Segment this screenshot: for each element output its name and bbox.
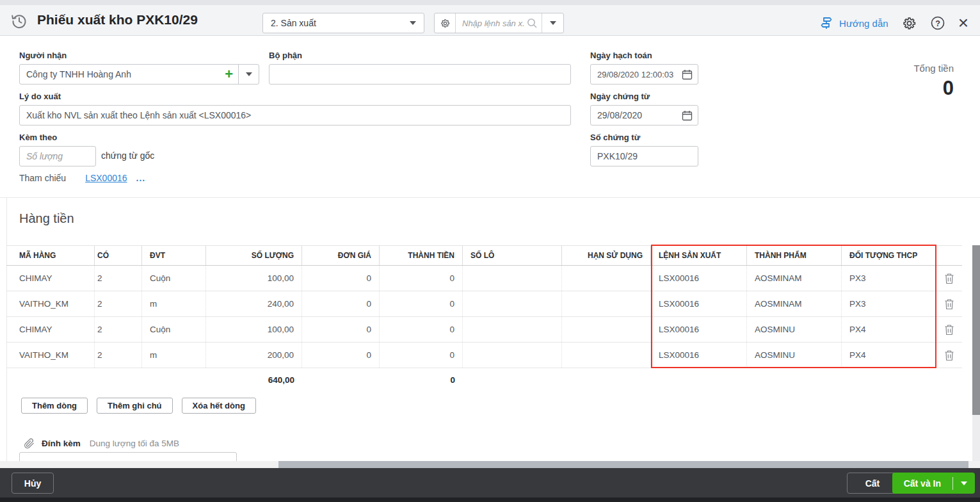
cell-thanh_pham[interactable]: AOSMINU bbox=[747, 343, 842, 368]
horizontal-scrollbar[interactable] bbox=[0, 461, 980, 468]
save-and-print-button[interactable]: Cất và In bbox=[892, 473, 975, 494]
document-number-input[interactable] bbox=[591, 147, 698, 166]
search-settings-button[interactable] bbox=[435, 13, 456, 33]
cell-doi_tuong_thcp[interactable]: PX3 bbox=[842, 266, 936, 291]
titlebar: Phiếu xuất kho PXK10/29 2. Sản xuất bbox=[0, 5, 980, 36]
add-row-button[interactable]: Thêm dòng bbox=[21, 398, 88, 414]
cell-han_su_dung[interactable] bbox=[562, 317, 651, 342]
posting-date-wrap bbox=[590, 64, 698, 85]
cancel-button[interactable]: Hủy bbox=[12, 473, 54, 494]
cell-so_lo[interactable] bbox=[463, 266, 562, 291]
close-icon[interactable]: × bbox=[958, 15, 968, 31]
horizontal-scrollbar-thumb[interactable] bbox=[278, 461, 968, 468]
column-header-actions bbox=[936, 246, 962, 265]
cell-doi_tuong_thcp[interactable]: PX3 bbox=[842, 291, 936, 316]
row-actions-cell bbox=[936, 266, 962, 291]
document-date-input[interactable] bbox=[591, 106, 698, 125]
posting-date-input[interactable] bbox=[591, 65, 698, 84]
department-input[interactable] bbox=[269, 65, 570, 84]
document-number-input-wrap bbox=[590, 146, 698, 166]
cell-ma_hang[interactable]: VAITHO_KM bbox=[6, 291, 95, 316]
items-table: MÃ HÀNGCÓĐVTSỐ LƯỢNGĐƠN GIÁTHÀNH TIỀNSỐ … bbox=[6, 245, 962, 391]
cell-don_gia[interactable]: 0 bbox=[302, 343, 380, 368]
export-reason-input[interactable] bbox=[20, 106, 570, 125]
save-and-print-label: Cất và In bbox=[892, 478, 952, 489]
cell-han_su_dung[interactable] bbox=[562, 266, 651, 291]
receiver-input[interactable] bbox=[20, 65, 238, 84]
paperclip-icon bbox=[23, 437, 35, 449]
cell-co[interactable]: 2 bbox=[95, 291, 142, 316]
help-icon[interactable]: ? bbox=[930, 15, 945, 31]
cell-so_luong[interactable]: 100,00 bbox=[206, 266, 302, 291]
cell-dvt[interactable]: Cuộn bbox=[142, 266, 206, 291]
cell-ma_hang[interactable]: CHIMAY bbox=[6, 317, 95, 342]
reference-more-button[interactable]: ... bbox=[136, 173, 146, 183]
delete-row-icon[interactable] bbox=[944, 324, 954, 336]
window-bottom-strip bbox=[0, 498, 980, 502]
voucher-type-value: 2. Sản xuất bbox=[271, 18, 316, 28]
attached-count-suffix: chứng từ gốc bbox=[101, 150, 154, 161]
cell-thanh_pham[interactable]: AOSMINAM bbox=[747, 291, 842, 316]
cell-ma_hang[interactable]: VAITHO_KM bbox=[6, 343, 95, 368]
receiver-dropdown-button[interactable] bbox=[238, 65, 259, 84]
search-dropdown-button[interactable] bbox=[542, 13, 563, 33]
cell-thanh_tien[interactable]: 0 bbox=[380, 266, 463, 291]
cell-doi_tuong_thcp[interactable]: PX4 bbox=[842, 343, 936, 368]
cell-co[interactable]: 2 bbox=[95, 266, 142, 291]
cell-han_su_dung[interactable] bbox=[562, 291, 651, 316]
cell-doi_tuong_thcp[interactable]: PX4 bbox=[842, 317, 936, 342]
cell-thanh_tien[interactable]: 0 bbox=[380, 317, 463, 342]
cell-so_luong[interactable]: 100,00 bbox=[206, 317, 302, 342]
cell-co[interactable]: 2 bbox=[95, 317, 142, 342]
production-order-search-group bbox=[434, 13, 564, 33]
cell-don_gia[interactable]: 0 bbox=[302, 317, 380, 342]
cell-so_luong[interactable]: 200,00 bbox=[206, 343, 302, 368]
delete-row-icon[interactable] bbox=[944, 298, 954, 310]
attached-count-input[interactable] bbox=[20, 147, 95, 166]
cell-lenh_san_xuat[interactable]: LSX00016 bbox=[651, 266, 747, 291]
save-button[interactable]: Cất bbox=[847, 473, 898, 494]
guide-icon bbox=[819, 15, 834, 31]
cell-so_lo[interactable] bbox=[463, 317, 562, 342]
table-row: CHIMAY2Cuộn100,0000LSX00016AOSMINAMPX3 bbox=[6, 266, 962, 291]
settings-gear-icon[interactable] bbox=[901, 15, 917, 31]
cell-dvt[interactable]: m bbox=[142, 291, 206, 316]
cell-ma_hang[interactable]: CHIMAY bbox=[6, 266, 95, 291]
attachment-hint: Dung lượng tối đa 5MB bbox=[90, 439, 179, 448]
cell-han_su_dung[interactable] bbox=[562, 343, 651, 368]
cell-lenh_san_xuat[interactable]: LSX00016 bbox=[651, 317, 747, 342]
column-header-dvt: ĐVT bbox=[142, 246, 206, 265]
add-receiver-icon[interactable]: + bbox=[225, 67, 233, 81]
cell-thanh_pham[interactable]: AOSMINU bbox=[747, 317, 842, 342]
delete-row-icon[interactable] bbox=[944, 273, 954, 284]
cell-dvt[interactable]: Cuộn bbox=[142, 317, 206, 342]
voucher-type-dropdown[interactable]: 2. Sản xuất bbox=[262, 13, 424, 33]
vertical-scrollbar-thumb[interactable] bbox=[972, 245, 980, 415]
add-note-button[interactable]: Thêm ghi chú bbox=[97, 398, 173, 414]
cell-don_gia[interactable]: 0 bbox=[302, 266, 380, 291]
cell-don_gia[interactable]: 0 bbox=[302, 291, 380, 316]
save-print-dropdown[interactable] bbox=[953, 482, 975, 485]
cell-thanh_tien[interactable]: 0 bbox=[380, 291, 463, 316]
cell-lenh_san_xuat[interactable]: LSX00016 bbox=[651, 291, 747, 316]
guide-link[interactable]: Hướng dẫn bbox=[819, 15, 888, 31]
svg-text:?: ? bbox=[935, 19, 940, 28]
total-amount-value: 0 bbox=[943, 77, 954, 100]
history-icon[interactable] bbox=[11, 13, 28, 29]
column-header-so_lo: SỐ LÔ bbox=[463, 246, 562, 265]
cell-co[interactable]: 2 bbox=[95, 343, 142, 368]
cell-so_luong[interactable]: 240,00 bbox=[206, 291, 302, 316]
receiver-label: Người nhận bbox=[19, 51, 67, 60]
cell-so_lo[interactable] bbox=[463, 291, 562, 316]
guide-label: Hướng dẫn bbox=[839, 18, 888, 29]
cell-lenh_san_xuat[interactable]: LSX00016 bbox=[651, 343, 747, 368]
column-header-so_luong: SỐ LƯỢNG bbox=[206, 246, 302, 265]
delete-all-rows-button[interactable]: Xóa hết dòng bbox=[182, 398, 256, 414]
cell-dvt[interactable]: m bbox=[142, 343, 206, 368]
cell-thanh_tien[interactable]: 0 bbox=[380, 343, 463, 368]
cell-so_lo[interactable] bbox=[463, 343, 562, 368]
cell-thanh_pham[interactable]: AOSMINAM bbox=[747, 266, 842, 291]
delete-row-icon[interactable] bbox=[944, 350, 954, 361]
reference-link[interactable]: LSX00016 bbox=[85, 173, 127, 183]
vertical-scrollbar[interactable] bbox=[972, 245, 980, 461]
